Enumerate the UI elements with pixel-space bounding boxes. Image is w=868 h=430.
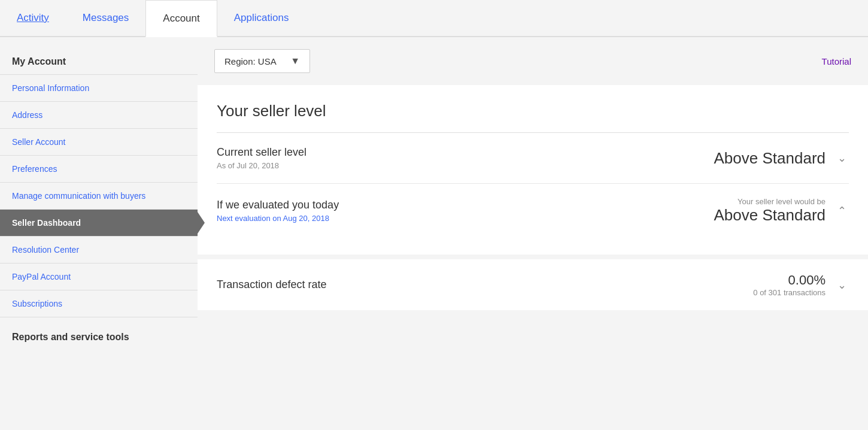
current-level-right: Above Standard ⌄ [714,149,849,168]
defect-card: Transaction defect rate 0.00% 0 of 301 t… [198,259,868,310]
defect-value-container: 0.00% 0 of 301 transactions [753,272,825,297]
sidebar-item-seller-dashboard[interactable]: Seller Dashboard [0,210,198,237]
sidebar-item-personal-information[interactable]: Personal Information [0,74,198,102]
sidebar: My Account Personal Information Address … [0,37,198,430]
main-layout: My Account Personal Information Address … [0,37,868,430]
current-level-label: Current seller level [217,146,306,159]
defect-expand-button[interactable]: ⌄ [835,276,849,294]
defect-percent: 0.00% [753,272,825,288]
sidebar-item-manage-communication[interactable]: Manage communication with buyers [0,183,198,210]
sidebar-item-resolution-center[interactable]: Resolution Center [0,237,198,264]
current-level-value: Above Standard [714,149,825,168]
tutorial-link[interactable]: Tutorial [822,56,851,66]
region-label: Region: USA [224,56,277,66]
evaluation-left: If we evaluated you today Next evaluatio… [217,199,339,223]
defect-sub: 0 of 301 transactions [753,288,825,297]
seller-level-title: Your seller level [217,102,849,120]
region-selector[interactable]: Region: USA ▼ [214,49,310,73]
defect-label: Transaction defect rate [217,278,326,291]
current-level-value-container: Above Standard [714,149,825,168]
sidebar-item-seller-account[interactable]: Seller Account [0,129,198,156]
current-level-left: Current seller level As of Jul 20, 2018 [217,146,306,170]
sidebar-item-address[interactable]: Address [0,102,198,129]
region-bar: Region: USA ▼ Tutorial [198,37,868,85]
evaluation-descriptor: Your seller level would be [714,197,825,206]
tab-messages[interactable]: Messages [66,0,145,36]
evaluation-date: Next evaluation on Aug 20, 2018 [217,214,339,223]
defect-row: Transaction defect rate 0.00% 0 of 301 t… [217,272,849,297]
top-navigation: Activity Messages Account Applications [0,0,868,37]
seller-level-card: Your seller level Current seller level A… [198,85,868,255]
sidebar-item-subscriptions[interactable]: Subscriptions [0,290,198,317]
evaluation-collapse-button[interactable]: ⌃ [835,202,849,220]
current-level-date: As of Jul 20, 2018 [217,161,306,170]
sidebar-section-reports: Reports and service tools [0,317,198,350]
tab-activity[interactable]: Activity [0,0,66,36]
tab-applications[interactable]: Applications [217,0,306,36]
evaluation-label: If we evaluated you today [217,199,339,211]
sidebar-section-my-account: My Account [0,52,198,74]
current-level-expand-button[interactable]: ⌄ [835,149,849,167]
evaluation-value: Above Standard [714,206,825,225]
tab-account[interactable]: Account [145,0,217,37]
region-chevron-icon: ▼ [290,56,300,66]
defect-right: 0.00% 0 of 301 transactions ⌄ [753,272,849,297]
evaluation-row: If we evaluated you today Next evaluatio… [217,184,849,238]
current-level-row: Current seller level As of Jul 20, 2018 … [217,133,849,184]
sidebar-item-preferences[interactable]: Preferences [0,156,198,183]
sidebar-item-paypal-account[interactable]: PayPal Account [0,264,198,290]
evaluation-right: Your seller level would be Above Standar… [714,197,849,225]
evaluation-value-container: Your seller level would be Above Standar… [714,197,825,225]
main-content: Region: USA ▼ Tutorial Your seller level… [198,37,868,430]
